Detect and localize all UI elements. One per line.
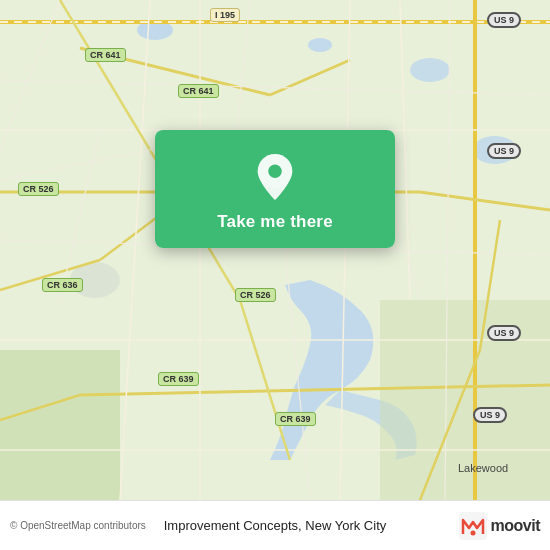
svg-rect-6 [0,350,120,500]
moovit-text: moovit [491,517,540,535]
bottom-bar: © OpenStreetMap contributors Improvement… [0,500,550,550]
map-container: I 195 US 9 CR 641 CR 641 CR 526 CR 636 U… [0,0,550,500]
svg-point-3 [410,58,450,82]
lakewood-label: Lakewood [458,462,508,474]
road-label-cr526-bot: CR 526 [235,288,276,302]
location-pin-icon [253,152,297,202]
svg-point-2 [308,38,332,52]
road-label-us9-top: US 9 [487,12,521,28]
road-label-cr639-left: CR 639 [158,372,199,386]
svg-point-41 [268,165,281,178]
moovit-logo: moovit [459,512,540,540]
road-label-cr636-bot: CR 636 [42,278,83,292]
road-label-i195: I 195 [210,8,240,22]
popup-card: Take me there [155,130,395,248]
road-label-cr641-mid: CR 641 [178,84,219,98]
road-label-cr639-bot: CR 639 [275,412,316,426]
place-name: Improvement Concepts, New York City [164,518,387,533]
road-label-us9-mid: US 9 [487,143,521,159]
road-label-us9-bottom: US 9 [473,407,507,423]
svg-point-43 [470,530,475,535]
attribution-text: © OpenStreetMap contributors [10,520,146,531]
popup-green-area: Take me there [155,130,395,248]
road-label-cr526-left: CR 526 [18,182,59,196]
moovit-icon [459,512,487,540]
take-me-there-button[interactable]: Take me there [217,212,333,232]
road-label-us9-lower: US 9 [487,325,521,341]
road-label-cr641-left: CR 641 [85,48,126,62]
